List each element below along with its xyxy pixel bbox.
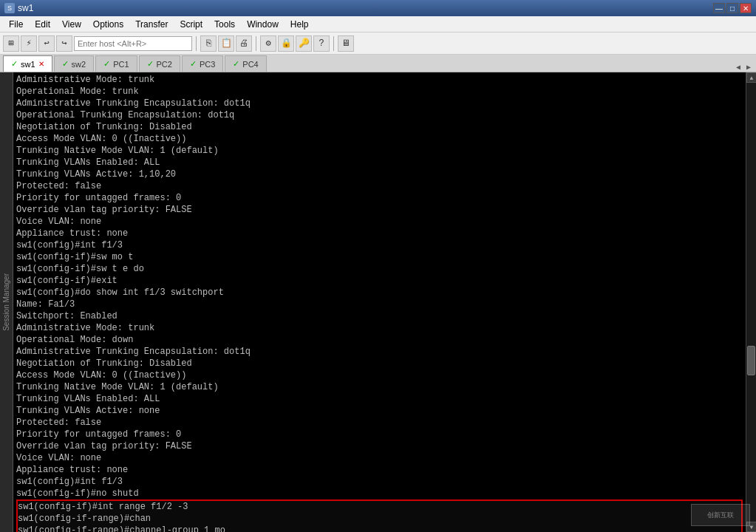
terminal-line: Operational Trunking Encapsulation: dot1… [16,109,743,121]
menu-script[interactable]: Script [174,18,208,31]
tab-pc1[interactable]: ✓ PC1 [95,55,137,72]
terminal-line: Protected: false [16,417,743,429]
tab-sw1-close[interactable]: ✕ [38,60,44,68]
title-bar: S sw1 — □ ✕ [0,0,756,16]
host-input[interactable] [74,36,192,51]
terminal-line: sw1(config-if)#exit [16,275,743,287]
toolbar-screen-btn[interactable]: 🖥 [338,35,354,52]
terminal-line: Override vlan tag priority: FALSE [16,204,743,216]
terminal-line: Administrative Trunking Encapsulation: d… [16,98,743,109]
session-manager-label: Session Manager [2,273,10,331]
session-manager: Session Manager [0,72,13,532]
tab-pc2[interactable]: ✓ PC2 [139,55,180,72]
app-icon: S [4,3,15,13]
close-button[interactable]: ✕ [740,3,752,13]
terminal-line: Name: Fa1/3 [16,299,743,310]
menu-file[interactable]: File [3,18,29,31]
tab-scroll-left[interactable]: ◀ [734,63,743,72]
tab-pc3[interactable]: ✓ PC3 [182,55,223,72]
terminal-line: Trunking VLANs Active: none [16,405,743,417]
menu-options[interactable]: Options [87,18,129,31]
terminal-line-highlighted: sw1(config-if)#int range f1/2 -3 [18,501,741,513]
terminal-line: Trunking VLANs Enabled: ALL [16,157,743,168]
tab-sw2-label: sw2 [72,60,86,69]
toolbar-key-btn[interactable]: 🔑 [296,35,312,52]
menu-tools[interactable]: Tools [208,18,241,31]
terminal-line: Operational Mode: trunk [16,86,743,98]
terminal-line: Administrative Trunking Encapsulation: d… [16,346,743,358]
toolbar-reconnect-btn[interactable]: ↩ [38,35,55,52]
terminal-output[interactable]: Administrative Mode: trunkOperational Mo… [13,72,746,532]
title-bar-left: S sw1 [4,3,33,13]
terminal-line: Administrative Mode: trunk [16,322,743,334]
main-area: Session Manager Administrative Mode: tru… [0,72,756,532]
minimize-button[interactable]: — [713,3,725,13]
tab-pc2-label: PC2 [157,60,172,69]
tab-check-icon-sw2: ✓ [62,59,69,69]
terminal-line: Trunking Native Mode VLAN: 1 (default) [16,381,743,393]
terminal-line: Administrative Mode: trunk [16,74,743,86]
terminal-line: Appliance trust: none [16,228,743,239]
terminal-line: Voice VLAN: none [16,216,743,228]
terminal-line: Trunking Native Mode VLAN: 1 (default) [16,145,743,157]
toolbar-print-btn[interactable]: 🖨 [236,35,252,52]
terminal-line-highlighted: sw1(config-if-range)#channel-group 1 mo [18,525,741,532]
terminal-line-highlighted: sw1(config-if-range)#chan [18,513,741,525]
terminal-line: Negotiation of Trunking: Disabled [16,358,743,369]
terminal-line: sw1(config)#int f1/3 [16,239,743,251]
tab-sw1[interactable]: ✓ sw1 ✕ [3,55,52,72]
terminal-line: Access Mode VLAN: 0 ((Inactive)) [16,369,743,381]
terminal-line: sw1(config-if)#sw mo t [16,251,743,263]
menu-view[interactable]: View [56,18,87,31]
menu-edit[interactable]: Edit [29,18,56,31]
terminal-line: Priority for untagged frames: 0 [16,429,743,440]
maximize-button[interactable]: □ [726,3,738,13]
scroll-up-btn[interactable]: ▲ [746,72,756,83]
toolbar-connect-btn[interactable]: ⊞ [3,35,19,52]
tab-check-icon: ✓ [11,59,18,69]
tab-check-icon-pc2: ✓ [147,59,154,69]
terminal-line: sw1(config-if)#no shutd [16,488,743,499]
terminal-line: Override vlan tag priority: FALSE [16,440,743,452]
toolbar-separator-3 [333,36,334,51]
tab-check-icon-pc1: ✓ [103,59,110,69]
terminal-line: sw1(config)#do show int f1/3 switchport [16,287,743,299]
watermark-text: 创新互联 [707,511,734,520]
watermark: 创新互联 [691,504,750,526]
scrollbar-track[interactable] [746,83,756,522]
menu-transfer[interactable]: Transfer [129,18,174,31]
menu-help[interactable]: Help [285,18,315,31]
window-title: sw1 [18,3,33,13]
toolbar-lightning-btn[interactable]: ⚡ [21,35,37,52]
toolbar-refresh-btn[interactable]: ↪ [56,35,72,52]
tab-scroll-right[interactable]: ▶ [744,63,753,72]
terminal-line: sw1(config)#int f1/3 [16,476,743,488]
toolbar-separator-2 [256,36,256,51]
toolbar-copy-btn[interactable]: ⎘ [200,35,217,52]
scrollbar-thumb[interactable] [747,346,755,375]
toolbar-help-btn[interactable]: ? [313,35,330,52]
terminal-line: Operational Mode: down [16,334,743,346]
terminal-line: Negotiation of Trunking: Disabled [16,121,743,133]
toolbar-paste-btn[interactable]: 📋 [218,35,234,52]
toolbar-lock-btn[interactable]: 🔒 [278,35,294,52]
terminal-line: Voice VLAN: none [16,452,743,464]
terminal-line: Trunking VLANs Active: 1,10,20 [16,168,743,180]
toolbar-separator-1 [196,36,197,51]
toolbar-settings-btn[interactable]: ⚙ [260,35,276,52]
toolbar: ⊞ ⚡ ↩ ↪ ⎘ 📋 🖨 ⚙ 🔒 🔑 ? 🖥 [0,33,756,55]
window-controls[interactable]: — □ ✕ [713,3,752,13]
terminal-line: Appliance trust: none [16,464,743,476]
tab-pc3-label: PC3 [200,60,215,69]
tab-pc4[interactable]: ✓ PC4 [225,55,266,72]
terminal-line: Protected: false [16,180,743,192]
scrollbar[interactable]: ▲ ▼ [746,72,756,532]
tab-check-icon-pc4: ✓ [233,59,239,69]
tab-sw1-label: sw1 [21,60,35,69]
tab-sw2[interactable]: ✓ sw2 [54,55,95,72]
terminal-line: Switchport: Enabled [16,310,743,322]
tab-pc4-label: PC4 [242,60,258,69]
terminal-line: Trunking VLANs Enabled: ALL [16,393,743,405]
menu-window[interactable]: Window [241,18,285,31]
tab-bar: ✓ sw1 ✕ ✓ sw2 ✓ PC1 ✓ PC2 ✓ PC3 ✓ PC4 ◀ … [0,55,756,72]
